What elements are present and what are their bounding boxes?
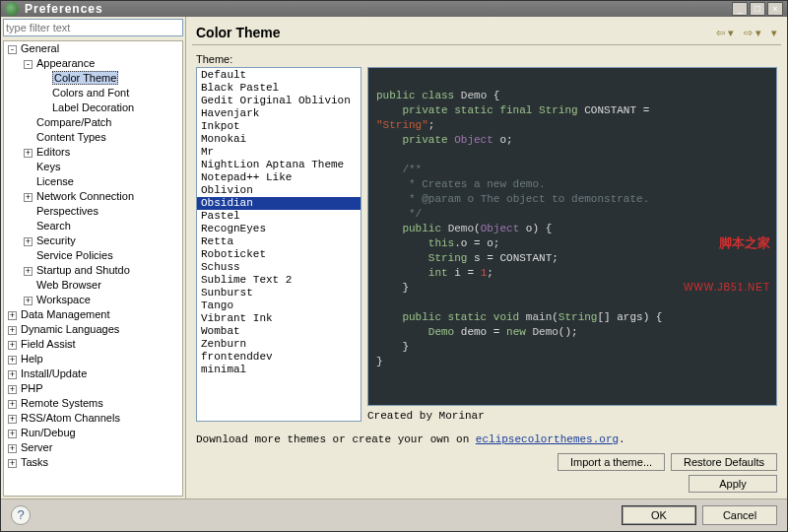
footer: ? OK Cancel: [1, 499, 787, 531]
tree-item[interactable]: Service Policies: [4, 248, 182, 263]
theme-item[interactable]: Retta: [197, 235, 361, 248]
theme-item[interactable]: Zenburn: [197, 338, 361, 351]
theme-item[interactable]: Vibrant Ink: [197, 312, 361, 325]
theme-label: Theme:: [196, 53, 777, 65]
tree-item[interactable]: Label Decoration: [4, 100, 182, 115]
tree-item[interactable]: +PHP: [4, 381, 182, 396]
close-button[interactable]: ×: [767, 2, 783, 16]
theme-item[interactable]: RecognEyes: [197, 223, 361, 235]
restore-defaults-button[interactable]: Restore Defaults: [671, 453, 777, 471]
theme-item[interactable]: Wombat: [197, 325, 361, 338]
theme-item[interactable]: Tango: [197, 299, 361, 312]
tree-item[interactable]: +RSS/Atom Channels: [4, 411, 182, 426]
theme-item[interactable]: NightLion Aptana Theme: [197, 159, 361, 171]
theme-item[interactable]: frontenddev: [197, 351, 361, 364]
theme-item[interactable]: Oblivion: [197, 184, 361, 197]
theme-item[interactable]: Default: [197, 69, 361, 82]
theme-item[interactable]: Inkpot: [197, 120, 361, 133]
theme-item[interactable]: Pastel: [197, 210, 361, 223]
theme-item[interactable]: Roboticket: [197, 248, 361, 261]
help-icon[interactable]: ?: [11, 505, 31, 525]
theme-item[interactable]: minimal: [197, 364, 361, 376]
tree-item[interactable]: +Startup and Shutdo: [4, 263, 182, 278]
tree-item[interactable]: Compare/Patch: [4, 115, 182, 130]
right-panel: Color Theme ⇦ ▾ ⇨ ▾ ▾ Theme: DefaultBlac…: [186, 17, 787, 499]
tree-item[interactable]: +Install/Update: [4, 366, 182, 381]
filter-input[interactable]: [3, 19, 183, 36]
tree-item[interactable]: +Field Assist: [4, 337, 182, 352]
left-panel: -General-AppearanceColor ThemeColors and…: [1, 17, 186, 499]
theme-item[interactable]: Notepad++ Like: [197, 171, 361, 184]
ok-button[interactable]: OK: [622, 505, 696, 525]
tree-item[interactable]: Colors and Font: [4, 86, 182, 100]
tree-item[interactable]: -General: [4, 41, 182, 56]
maximize-button[interactable]: □: [750, 2, 765, 16]
download-text: Download more themes or create your own …: [186, 430, 787, 449]
theme-item[interactable]: Obsidian: [197, 197, 361, 210]
code-preview: public class Demo { private static final…: [367, 67, 777, 406]
tree-item[interactable]: Web Browser: [4, 278, 182, 293]
tree-item[interactable]: +Network Connection: [4, 189, 182, 204]
preferences-window: Preferences _ □ × -General-AppearanceCol…: [0, 0, 788, 532]
theme-item[interactable]: Black Pastel: [197, 82, 361, 95]
menu-icon[interactable]: ▾: [771, 27, 777, 39]
forward-icon[interactable]: ⇨ ▾: [744, 27, 761, 39]
page-title: Color Theme: [196, 25, 716, 40]
tree-item[interactable]: +Server: [4, 440, 182, 455]
tree-item[interactable]: +Editors: [4, 145, 182, 160]
tree-item[interactable]: +Dynamic Languages: [4, 322, 182, 337]
window-title: Preferences: [25, 2, 732, 16]
tree-item[interactable]: +Remote Systems: [4, 396, 182, 411]
apply-button[interactable]: Apply: [689, 475, 777, 493]
theme-item[interactable]: Sunburst: [197, 287, 361, 299]
back-icon[interactable]: ⇦ ▾: [716, 27, 734, 39]
theme-item[interactable]: Schuss: [197, 261, 361, 274]
tree-item[interactable]: +Security: [4, 233, 182, 248]
theme-item[interactable]: Mr: [197, 146, 361, 159]
tree-item[interactable]: Color Theme: [4, 71, 182, 86]
tree-item[interactable]: License: [4, 174, 182, 189]
tree-item[interactable]: Search: [4, 219, 182, 233]
tree-item[interactable]: +Help: [4, 352, 182, 366]
themes-link[interactable]: eclipsecolorthemes.org: [476, 433, 619, 445]
theme-list[interactable]: DefaultBlack PastelGedit Original Oblivi…: [196, 67, 361, 422]
titlebar: Preferences _ □ ×: [1, 1, 787, 17]
tree-item[interactable]: -Appearance: [4, 56, 182, 71]
minimize-button[interactable]: _: [732, 2, 748, 16]
tree-item[interactable]: Content Types: [4, 130, 182, 145]
theme-item[interactable]: Sublime Text 2: [197, 274, 361, 287]
tree-item[interactable]: +Workspace: [4, 293, 182, 307]
tree-item[interactable]: +Run/Debug: [4, 426, 182, 440]
tree-item[interactable]: Keys: [4, 160, 182, 174]
tree-item[interactable]: +Data Management: [4, 307, 182, 322]
created-by: Created by Morinar: [367, 410, 777, 422]
watermark: 脚本之家 WWW.JB51.NET: [684, 206, 770, 324]
theme-item[interactable]: Gedit Original Oblivion: [197, 95, 361, 107]
theme-item[interactable]: Havenjark: [197, 107, 361, 120]
tree-item[interactable]: Perspectives: [4, 204, 182, 219]
theme-item[interactable]: Monokai: [197, 133, 361, 146]
cancel-button[interactable]: Cancel: [702, 505, 777, 525]
import-theme-button[interactable]: Import a theme...: [558, 453, 665, 471]
tree-item[interactable]: +Tasks: [4, 455, 182, 470]
app-icon: [5, 2, 19, 16]
category-tree[interactable]: -General-AppearanceColor ThemeColors and…: [3, 40, 183, 497]
